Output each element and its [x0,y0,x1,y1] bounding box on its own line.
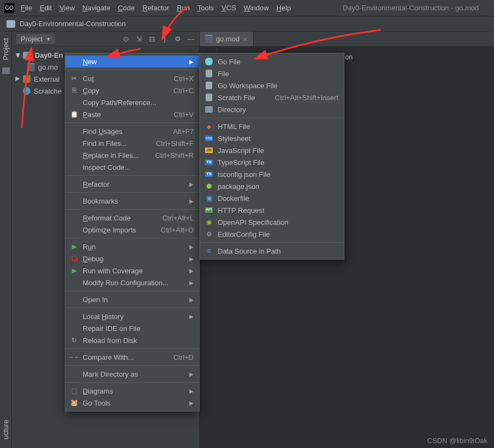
menu-item-bookmarks[interactable]: Bookmarks▶ [65,195,199,207]
menu-item-run[interactable]: ▶Run▶ [65,241,199,253]
menubar-item-navigate[interactable]: Navigate [82,4,110,12]
menu-item-shortcut: Ctrl+Alt+L [151,214,194,222]
menu-item-mark-directory-as[interactable]: Mark Directory as▶ [65,368,199,380]
menu-separator [65,382,199,383]
submenu-item-editorconfig-file[interactable]: ⚙EditorConfig File [200,228,344,240]
menu-item-modify-run-configuration[interactable]: Modify Run Configuration...▶ [65,277,199,289]
submenu-item-icon: ◆ [205,122,213,131]
submenu-arrow-icon: ▶ [189,268,194,274]
window-title: Day0-Environmental-Construction - go.mod [343,4,479,12]
submenu-item-go-file[interactable]: Go File [200,56,344,67]
menu-item-label: Paste [83,111,101,119]
new-submenu: Go FileFileGo Workspace FileScratch File… [200,53,344,260]
bookmark-tool-icon[interactable] [2,67,10,74]
submenu-item-stylesheet[interactable]: cssStylesheet [200,132,344,144]
menubar-item-file[interactable]: File [21,4,32,12]
menu-item-find-in-files[interactable]: Find in Files...Ctrl+Shift+F [65,137,199,149]
menu-item-local-history[interactable]: Local History▶ [65,310,199,322]
submenu-item-tsconfig-json-file[interactable]: TStsconfig.json File [200,168,344,180]
collapse-caret-icon[interactable]: ⯈ [15,76,21,82]
project-panel-header: Project ▼ ⊙ ⇲ ⊟ | ⚙ — [12,32,199,47]
menu-item-diagrams[interactable]: ⬚Diagrams▶ [65,385,199,397]
submenu-item-html-file[interactable]: ◆HTML File [200,120,344,132]
menu-item-repair-ide-on-file[interactable]: Repair IDE on File [65,322,199,334]
menu-item-shortcut: Alt+F7 [162,127,194,136]
menu-item-copy-path-reference[interactable]: Copy Path/Reference... [65,96,199,108]
submenu-item-javascript-file[interactable]: JSJavaScript File [200,144,344,156]
menu-item-cut[interactable]: ✂CutCtrl+X [65,72,199,84]
menu-item-label: Reformat Code [83,214,131,222]
menu-item-open-in[interactable]: Open In▶ [65,293,199,305]
tree-root-label: Day0-En [35,51,63,59]
submenu-arrow-icon: ▶ [189,256,194,262]
close-icon[interactable]: × [243,35,247,44]
locate-icon[interactable]: ⊙ [122,35,129,43]
submenu-item-file[interactable]: File [200,67,344,79]
structure-tool-tab[interactable]: ucture [2,416,10,443]
menu-item-refactor[interactable]: Refactor▶ [65,178,199,190]
menu-item-reload-from-disk[interactable]: ↻Reload from Disk [65,334,199,346]
menu-item-go-tools[interactable]: 🐹Go Tools▶ [65,397,199,409]
menubar-item-code[interactable]: Code [118,4,135,12]
menu-item-inspect-code[interactable]: Inspect Code... [65,161,199,173]
submenu-item-go-workspace-file[interactable]: Go Workspace File [200,79,344,91]
menu-item-debug[interactable]: 🐞Debug▶ [65,253,199,265]
menu-item-label: Cut [83,75,94,83]
collapse-all-icon[interactable]: ⊟ [148,35,156,43]
submenu-arrow-icon: ▶ [189,244,194,250]
submenu-item-typescript-file[interactable]: TSTypeScript File [200,156,344,168]
submenu-item-label: JavaScript File [218,146,264,155]
menu-item-paste[interactable]: 📋PasteCtrl+V [65,108,199,120]
breadcrumb-text[interactable]: Day0-Environmental-Construction [20,20,126,28]
menu-item-label: Refactor [83,180,109,188]
menubar-item-window[interactable]: Window [244,4,269,12]
menu-item-icon: 🐞 [70,254,78,263]
menubar-item-run[interactable]: Run [177,4,190,12]
menubar-item-edit[interactable]: Edit [40,4,52,12]
menu-item-label: Bookmarks [83,197,118,205]
menubar-item-view[interactable]: View [59,4,75,12]
menubar-item-tools[interactable]: Tools [197,4,214,12]
submenu-item-openapi-specification[interactable]: ◉OpenAPI Specification [200,216,344,228]
expand-all-icon[interactable]: ⇲ [135,35,143,43]
menu-item-compare-with[interactable]: →←Compare With...Ctrl+D [65,351,199,363]
gear-icon[interactable]: ⚙ [174,35,182,43]
menu-item-label: Reload from Disk [83,336,137,345]
submenu-item-data-source-in-path[interactable]: ≡Data Source in Path [200,245,344,257]
submenu-item-directory[interactable]: Directory [200,103,344,115]
menu-item-new[interactable]: New▶ [65,56,199,67]
hide-icon[interactable]: — [187,35,195,43]
menu-item-icon: ↻ [70,336,78,345]
menu-item-copy[interactable]: ⎘CopyCtrl+C [65,84,199,96]
submenu-arrow-icon: ▶ [189,314,194,320]
menu-item-run-with-coverage[interactable]: ▶Run with Coverage▶ [65,265,199,277]
editor-tab-gomod[interactable]: go.mod × [200,32,254,46]
submenu-item-scratch-file[interactable]: Scratch FileCtrl+Alt+Shift+Insert [200,91,344,103]
submenu-item-label: Data Source in Path [218,247,281,255]
submenu-item-dockerfile[interactable]: ▣Dockerfile [200,192,344,204]
menu-item-replace-in-files[interactable]: Replace in Files...Ctrl+Shift+R [65,149,199,161]
project-tool-tab[interactable]: Project [2,35,10,63]
submenu-item-label: EditorConfig File [218,230,270,238]
submenu-item-http-request[interactable]: APIHTTP Request [200,204,344,216]
menu-item-optimize-imports[interactable]: Optimize ImportsCtrl+Alt+O [65,224,199,236]
menu-item-label: Run with Coverage [83,267,143,275]
tree-item-label: go.mo [38,63,58,71]
menu-item-shortcut: Ctrl+V [163,111,194,119]
menu-separator [65,365,199,366]
project-view-selector[interactable]: Project ▼ [16,34,55,44]
expand-caret-icon[interactable]: ⯆ [15,52,21,58]
menu-item-label: Copy Path/Reference... [83,99,156,107]
menubar: FileEditViewNavigateCodeRefactorRunTools… [21,4,343,12]
menubar-item-refactor[interactable]: Refactor [143,4,169,12]
submenu-item-package-json[interactable]: ⬢package.json [200,180,344,192]
submenu-item-label: HTTP Request [218,206,264,214]
menu-item-find-usages[interactable]: Find UsagesAlt+F7 [65,125,199,137]
menu-item-reformat-code[interactable]: Reformat CodeCtrl+Alt+L [65,212,199,224]
menubar-item-help[interactable]: Help [276,4,291,12]
menu-item-shortcut: Ctrl+Shift+F [145,139,194,148]
menubar-item-vcs[interactable]: VCS [221,4,236,12]
menu-item-icon: ▶ [70,242,78,251]
breadcrumb: Day0-Environmental-Construction [0,16,494,32]
menu-item-shortcut: Ctrl+Shift+R [144,151,194,159]
